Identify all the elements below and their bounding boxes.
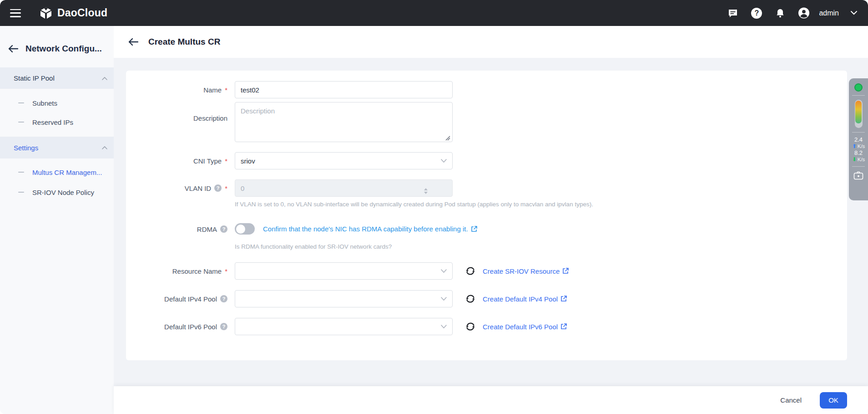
cancel-button[interactable]: Cancel	[777, 396, 804, 404]
resource-name-label: Resource Name*	[126, 262, 227, 280]
resource-name-select[interactable]	[235, 262, 453, 280]
sidebar-item-subnets[interactable]: Subnets	[0, 94, 114, 112]
chevron-down-icon	[441, 159, 447, 163]
page-title: Create Multus CR	[148, 37, 220, 47]
refresh-icon[interactable]	[465, 266, 475, 276]
sidebar-section-settings[interactable]: Settings	[0, 137, 114, 158]
default-ipv6-pool-select[interactable]	[235, 318, 453, 335]
help-icon[interactable]: ?	[751, 7, 762, 19]
chevron-down-icon	[441, 297, 447, 301]
required-asterisk: *	[225, 184, 227, 192]
brand-logo[interactable]: DaoCloud	[39, 6, 107, 20]
refresh-icon[interactable]	[465, 322, 475, 332]
dash-icon	[18, 172, 24, 173]
cni-type-select[interactable]: sriov	[235, 152, 453, 169]
top-navigation-bar: DaoCloud ? admin	[0, 0, 868, 26]
chevron-down-icon	[441, 269, 447, 273]
create-default-ipv4-pool-link[interactable]: Create Default IPv4 Pool	[483, 295, 567, 303]
help-tooltip-icon[interactable]: ?	[220, 295, 227, 302]
action-footer: Cancel OK	[114, 386, 868, 414]
bell-icon[interactable]	[774, 7, 786, 19]
rdma-help-text: Is RDMA functionality enabled for SR-IOV…	[235, 243, 392, 250]
sidebar-item-sriov-node-policy[interactable]: SR-IOV Node Policy	[0, 184, 114, 201]
dash-icon	[18, 192, 24, 193]
sidebar-item-label: Subnets	[32, 99, 57, 107]
camera-icon[interactable]	[853, 171, 863, 180]
chevron-up-icon	[102, 146, 107, 149]
arrow-down-icon: ⬇	[852, 156, 857, 163]
app-window: DaoCloud ? admin Network Configu...	[0, 0, 868, 414]
sidebar-back-icon[interactable]	[8, 45, 18, 53]
refresh-icon[interactable]	[465, 294, 475, 304]
external-link-icon	[560, 296, 567, 302]
create-default-ipv6-pool-link[interactable]: Create Default IPv6 Pool	[483, 323, 567, 331]
sidebar-item-multus-cr-management[interactable]: Multus CR Managem...	[0, 164, 114, 181]
rdma-label: RDMA ?	[126, 220, 227, 238]
cni-type-label: CNI Type*	[126, 152, 227, 169]
divider	[852, 95, 865, 96]
divider	[852, 132, 865, 133]
sidebar-title: Network Configu...	[25, 44, 102, 54]
sidebar-item-label: Multus CR Managem...	[32, 169, 102, 176]
upload-rate-unit: ⬆K/s	[852, 143, 865, 149]
sidebar: Network Configu... Static IP Pool Subnet…	[0, 26, 114, 414]
dash-icon	[18, 102, 24, 103]
monitor-widget: 2.4 ⬆K/s 8.2 ⬇K/s	[849, 78, 868, 200]
arrow-up-icon: ⬆	[852, 143, 857, 149]
daocloud-logo-icon	[39, 6, 53, 20]
sidebar-item-label: SR-IOV Node Policy	[32, 189, 94, 196]
vlan-id-input[interactable]	[235, 179, 453, 197]
help-tooltip-icon[interactable]: ?	[214, 184, 222, 192]
help-tooltip-icon[interactable]: ?	[220, 225, 227, 233]
page-back-icon[interactable]	[128, 38, 138, 46]
status-dot-icon	[854, 83, 863, 92]
upload-rate-value: 2.4	[854, 136, 863, 143]
external-link-icon	[562, 268, 569, 274]
default-ipv6-pool-label: Default IPv6 Pool ?	[126, 318, 227, 335]
required-asterisk: *	[225, 267, 227, 275]
vlan-id-label: VLAN ID ? *	[126, 179, 227, 197]
chevron-down-icon	[441, 325, 447, 328]
cni-type-value: sriov	[241, 157, 255, 165]
form-card: Name* Description CNI Type* sriov VLAN I…	[126, 71, 847, 360]
hamburger-menu-icon[interactable]	[10, 9, 21, 17]
sidebar-section-static-ip-pool[interactable]: Static IP Pool	[0, 67, 114, 89]
rdma-confirm-link[interactable]: Confirm that the node's NIC has RDMA cap…	[263, 223, 477, 235]
vlan-help-text: If VLAN is set to 0, no VLAN sub-interfa…	[235, 201, 593, 208]
sidebar-item-reserved-ips[interactable]: Reserved IPs	[0, 113, 114, 131]
external-link-icon	[560, 323, 567, 330]
download-rate-value: 8.2	[854, 149, 863, 156]
page-header: Create Multus CR	[114, 26, 868, 58]
ok-button[interactable]: OK	[820, 392, 847, 409]
create-sriov-resource-link[interactable]: Create SR-IOV Resource	[483, 267, 569, 275]
name-label: Name*	[126, 81, 227, 98]
required-asterisk: *	[225, 86, 227, 94]
chevron-up-icon	[102, 77, 107, 80]
sidebar-item-label: Reserved IPs	[32, 118, 73, 126]
resource-gauge	[855, 100, 863, 128]
number-stepper[interactable]	[424, 188, 428, 194]
description-label: Description	[126, 109, 227, 127]
download-rate-unit: ⬇K/s	[852, 156, 865, 163]
brand-name: DaoCloud	[57, 7, 107, 19]
user-name[interactable]: admin	[819, 9, 839, 17]
external-link-icon	[471, 226, 477, 232]
user-avatar-icon[interactable]	[798, 7, 810, 19]
section-label: Settings	[14, 144, 38, 152]
chevron-down-icon[interactable]	[851, 11, 857, 15]
rdma-toggle[interactable]	[235, 223, 255, 235]
section-label: Static IP Pool	[14, 74, 55, 82]
description-textarea[interactable]	[235, 102, 453, 142]
default-ipv4-pool-select[interactable]	[235, 290, 453, 307]
name-input[interactable]	[235, 81, 453, 98]
help-tooltip-icon[interactable]: ?	[220, 323, 227, 330]
dash-icon	[18, 122, 24, 123]
required-asterisk: *	[225, 157, 227, 165]
default-ipv4-pool-label: Default IPv4 Pool ?	[126, 290, 227, 307]
chat-icon[interactable]	[727, 7, 739, 19]
divider	[852, 166, 865, 167]
